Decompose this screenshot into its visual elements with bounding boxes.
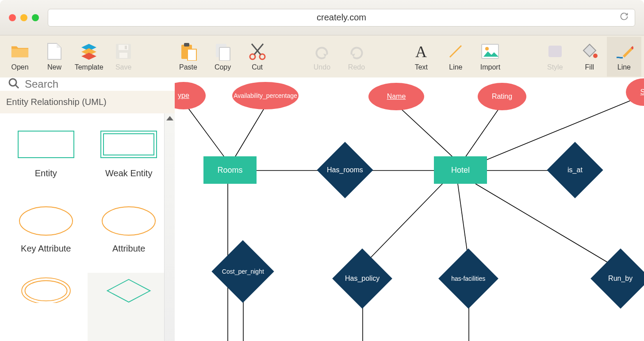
svg-line-30 xyxy=(396,104,458,162)
sidebar: Entity Relationship (UML) Entity Weak En… xyxy=(0,78,175,341)
shape-panel-header[interactable]: Entity Relationship (UML) xyxy=(0,91,175,113)
text-icon: A xyxy=(412,42,430,61)
close-window-button[interactable] xyxy=(9,14,16,21)
attribute-st[interactable]: St xyxy=(626,78,644,106)
relationship-has-policy[interactable]: Has_policy xyxy=(332,248,392,309)
diagram-canvas[interactable]: ype Availability_percentage Name Rating … xyxy=(175,78,644,341)
paste-label: Paste xyxy=(179,63,197,71)
svg-point-24 xyxy=(19,207,73,235)
minimize-window-button[interactable] xyxy=(20,14,27,21)
svg-rect-5 xyxy=(184,43,189,46)
svg-point-25 xyxy=(102,207,155,235)
attr-label: St xyxy=(640,88,644,96)
relationship-has-facilities[interactable]: has-facilities xyxy=(438,248,498,309)
fill-button[interactable]: Fill xyxy=(572,37,607,77)
attribute-rating[interactable]: Rating xyxy=(478,83,526,110)
attr-label: ype xyxy=(178,92,189,100)
entity-rooms[interactable]: Rooms xyxy=(203,156,257,184)
shape-relationship[interactable] xyxy=(88,273,171,341)
svg-rect-22 xyxy=(101,131,157,158)
shape-weak-entity[interactable]: Weak Entity xyxy=(88,122,171,198)
text-button[interactable]: A Text xyxy=(404,37,438,77)
toolbar: Open New Template Save Paste Copy Cut Un… xyxy=(0,35,644,78)
shape-key-attribute[interactable]: Key Attribute xyxy=(4,198,88,273)
redo-button[interactable]: Redo xyxy=(339,37,374,77)
line-style-label: Line xyxy=(617,63,631,71)
relationship-is-at[interactable]: is_at xyxy=(547,142,603,198)
attribute-name[interactable]: Name xyxy=(368,83,424,110)
fill-label: Fill xyxy=(585,63,594,71)
import-button[interactable]: Import xyxy=(473,37,507,77)
rel-label: Has_policy xyxy=(345,275,380,283)
key-attribute-shape-icon xyxy=(17,205,75,234)
copy-button[interactable]: Copy xyxy=(206,37,240,77)
pencil-icon xyxy=(615,42,633,61)
entity-hotel[interactable]: Hotel xyxy=(434,156,487,184)
svg-rect-8 xyxy=(219,47,230,61)
fill-icon xyxy=(580,42,599,61)
shape-label: Key Attribute xyxy=(21,244,71,254)
url-bar[interactable]: creately.com xyxy=(48,9,635,27)
attr-label: Name xyxy=(387,93,406,101)
template-icon xyxy=(80,42,98,61)
weak-entity-shape-icon xyxy=(100,130,157,159)
svg-point-16 xyxy=(485,47,489,50)
text-label: Text xyxy=(415,63,428,71)
undo-button[interactable]: Undo xyxy=(305,37,339,77)
line-tool-button[interactable]: Line xyxy=(438,37,473,77)
multivalued-shape-icon xyxy=(17,275,75,303)
relationship-has-rooms[interactable]: Has_rooms xyxy=(317,142,373,198)
search-icon[interactable] xyxy=(8,78,19,91)
relationship-shape-icon xyxy=(100,275,157,303)
shape-attribute[interactable]: Attribute xyxy=(88,198,171,273)
scrollbar[interactable] xyxy=(164,113,175,341)
maximize-window-button[interactable] xyxy=(32,14,39,21)
workspace: Entity Relationship (UML) Entity Weak En… xyxy=(0,78,644,341)
svg-point-9 xyxy=(250,54,255,59)
shape-label: Weak Entity xyxy=(105,168,152,178)
undo-icon xyxy=(313,42,331,61)
copy-label: Copy xyxy=(215,63,231,71)
browser-chrome: creately.com xyxy=(0,0,644,35)
search-input[interactable] xyxy=(25,78,167,90)
rel-label: Has_rooms xyxy=(327,166,363,174)
cut-button[interactable]: Cut xyxy=(240,37,275,77)
svg-line-31 xyxy=(462,104,502,162)
import-icon xyxy=(481,42,499,61)
open-label: Open xyxy=(11,63,28,71)
relationship-cost-per-night[interactable]: Cost_per_night xyxy=(211,240,274,302)
attribute-type[interactable]: ype xyxy=(175,82,206,109)
new-button[interactable]: New xyxy=(37,37,72,77)
open-button[interactable]: Open xyxy=(3,37,37,77)
copy-icon xyxy=(214,42,232,61)
svg-line-28 xyxy=(184,102,228,162)
shape-label: Entity xyxy=(35,168,57,178)
template-button[interactable]: Template xyxy=(72,37,106,77)
reload-icon[interactable] xyxy=(620,12,629,23)
cut-icon xyxy=(248,42,267,61)
style-button[interactable]: Style xyxy=(538,37,572,77)
rel-label: has-facilities xyxy=(451,275,485,282)
new-label: New xyxy=(47,63,61,71)
svg-rect-2 xyxy=(119,53,127,58)
save-button[interactable]: Save xyxy=(106,37,141,77)
svg-line-20 xyxy=(15,85,19,88)
attribute-availability[interactable]: Availability_percentage xyxy=(232,82,299,109)
line-label: Line xyxy=(449,63,462,71)
cut-label: Cut xyxy=(252,63,263,71)
svg-line-14 xyxy=(450,46,461,57)
relationship-run-by[interactable]: Run_by xyxy=(590,248,644,309)
svg-point-26 xyxy=(22,278,70,303)
search-row xyxy=(0,78,175,91)
redo-label: Redo xyxy=(348,63,365,71)
save-label: Save xyxy=(115,63,131,71)
shape-label: Attribute xyxy=(112,244,145,254)
paste-button[interactable]: Paste xyxy=(171,37,205,77)
traffic-lights xyxy=(9,14,39,21)
svg-point-10 xyxy=(260,54,265,59)
shape-multivalued[interactable] xyxy=(4,273,88,341)
attr-label: Availability_percentage xyxy=(234,92,297,99)
line-style-button[interactable]: Line xyxy=(607,37,641,77)
paste-icon xyxy=(179,42,198,61)
shape-entity[interactable]: Entity xyxy=(4,122,88,198)
